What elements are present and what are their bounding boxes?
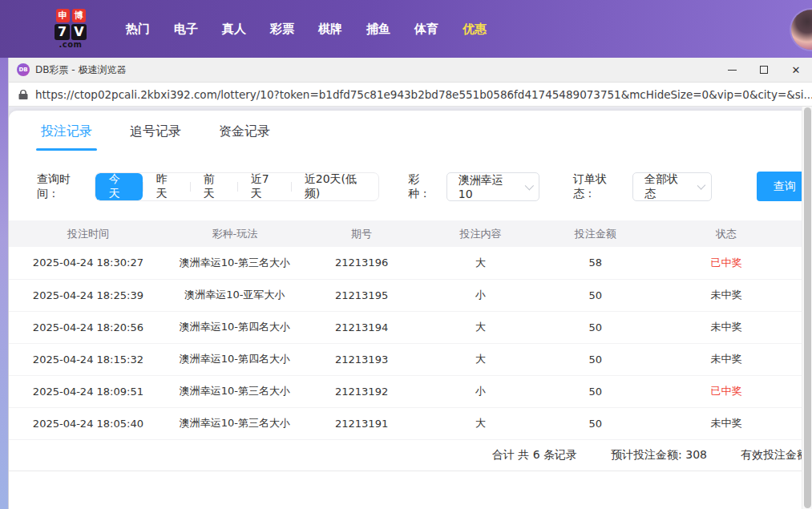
logo-badge-shen: 申: [56, 9, 70, 22]
minimize-icon: [728, 70, 737, 71]
logo-letter-v: V: [71, 24, 87, 40]
tab-bet-records[interactable]: 投注记录: [41, 123, 92, 151]
time-option-day-before[interactable]: 前天: [190, 173, 237, 200]
cell-play: 澳洲幸运10-第三名大小: [168, 407, 302, 439]
db-favicon: DB: [17, 63, 30, 76]
nav-item-fishing[interactable]: 捕鱼: [354, 22, 402, 37]
minimize-button[interactable]: [716, 58, 748, 82]
cell-status: 已中奖: [651, 247, 802, 279]
nav-item-hot[interactable]: 热门: [114, 22, 162, 37]
cell-play: 澳洲幸运10-第四名大小: [168, 343, 302, 375]
close-icon: ✕: [792, 65, 801, 75]
col-lottery-play: 彩种-玩法: [168, 220, 302, 247]
time-option-7days[interactable]: 近7天: [237, 173, 291, 200]
url-text[interactable]: https://ctop02pcali.2kbxi392.com/lottery…: [35, 88, 812, 101]
scrollbar-thumb[interactable]: [804, 107, 811, 508]
cell-issue: 21213195: [302, 279, 421, 311]
browser-window: DB DB彩票 - 极速浏览器 ✕ https://ctop02pcali.2k…: [8, 58, 812, 509]
cell-amount: 50: [540, 279, 651, 311]
table-row: 2025-04-24 18:25:39 澳洲幸运10-亚军大小 21213195…: [9, 279, 802, 311]
desktop-background-strip: [0, 58, 8, 509]
col-bet-amount: 投注金额: [540, 220, 651, 247]
cell-issue: 21213193: [302, 343, 421, 375]
browser-urlbar[interactable]: https://ctop02pcali.2kbxi392.com/lottery…: [9, 83, 812, 107]
order-status-label: 订单状态：: [573, 172, 626, 201]
close-button[interactable]: ✕: [780, 58, 812, 82]
cell-time: 2025-04-24 18:25:39: [9, 279, 168, 311]
cell-play: 澳洲幸运10-第四名大小: [168, 311, 302, 343]
cell-content: 大: [421, 343, 539, 375]
summary-total-records: 合计 共 6 条记录: [492, 448, 577, 463]
cell-play: 澳洲幸运10-第三名大小: [168, 247, 302, 279]
site-nav-menu: 热门 电子 真人 彩票 棋牌 捕鱼 体育 优惠: [114, 22, 499, 37]
table-row: 2025-04-24 18:09:51 澳洲幸运10-第三名大小 2121319…: [9, 375, 802, 407]
nav-item-sports[interactable]: 体育: [402, 22, 450, 37]
time-option-today[interactable]: 今天: [95, 173, 143, 200]
time-filter-label: 查询时间：: [37, 172, 90, 201]
cell-play: 澳洲幸运10-第三名大小: [168, 375, 302, 407]
summary-expected-amount: 预计投注金额: 308: [611, 448, 707, 463]
site-topbar: 申 博 7 V .com 热门 电子 真人 彩票 棋牌 捕鱼 体育 优惠: [0, 0, 812, 58]
summary-bar: 合计 共 6 条记录 预计投注金额: 308 有效投注金额: [9, 440, 808, 471]
cell-time: 2025-04-24 18:15:32: [9, 343, 168, 375]
window-controls: ✕: [716, 58, 812, 82]
cell-status: 未中奖: [651, 279, 802, 311]
nav-item-promo[interactable]: 优惠: [450, 22, 499, 37]
cell-issue: 21213194: [302, 311, 421, 343]
cell-play: 澳洲幸运10-亚军大小: [168, 279, 302, 311]
logo-com-text: .com: [59, 41, 82, 49]
logo-badge-bo: 博: [72, 9, 86, 22]
col-issue: 期号: [302, 220, 421, 247]
records-panel: 投注记录 追号记录 资金记录 查询时间： 今天 昨天 前天 近7天 近20天(低…: [9, 111, 812, 509]
summary-valid-amount: 有效投注金额: [741, 448, 808, 463]
lottery-filter-label: 彩种：: [408, 172, 440, 201]
maximize-button[interactable]: [748, 58, 780, 82]
time-option-yesterday[interactable]: 昨天: [143, 173, 190, 200]
order-status-select[interactable]: 全部状态: [632, 172, 712, 201]
lock-icon: [18, 89, 28, 100]
nav-item-electronic[interactable]: 电子: [162, 22, 210, 37]
cell-content: 大: [421, 247, 539, 279]
browser-titlebar[interactable]: DB DB彩票 - 极速浏览器 ✕: [9, 58, 812, 83]
bet-records-table: 投注时间 彩种-玩法 期号 投注内容 投注金额 状态 2025-04-24 18…: [9, 220, 802, 440]
cell-amount: 58: [540, 247, 651, 279]
cell-status: 未中奖: [651, 407, 802, 439]
lottery-select[interactable]: 澳洲幸运10: [446, 172, 539, 201]
cell-issue: 21213192: [302, 375, 421, 407]
nav-item-chess[interactable]: 棋牌: [306, 22, 354, 37]
nav-item-lottery[interactable]: 彩票: [258, 22, 306, 37]
tab-chase-records[interactable]: 追号记录: [130, 123, 181, 151]
cell-issue: 21213191: [302, 407, 421, 439]
vertical-scrollbar[interactable]: [802, 107, 812, 509]
user-avatar[interactable]: [791, 10, 812, 50]
cell-time: 2025-04-24 18:09:51: [9, 375, 168, 407]
col-bet-content: 投注内容: [421, 220, 539, 247]
order-status-value: 全部状态: [644, 172, 686, 201]
cell-time: 2025-04-24 18:05:40: [9, 407, 168, 439]
logo-letters: 7 V: [55, 24, 87, 40]
maximize-icon: [760, 66, 768, 74]
cell-status: 未中奖: [651, 343, 802, 375]
time-option-20days[interactable]: 近20天(低频): [291, 173, 379, 200]
cell-content: 小: [421, 279, 539, 311]
cell-content: 大: [421, 311, 539, 343]
cell-amount: 50: [540, 375, 651, 407]
table-row: 2025-04-24 18:30:27 澳洲幸运10-第三名大小 2121319…: [9, 247, 802, 279]
table-header-row: 投注时间 彩种-玩法 期号 投注内容 投注金额 状态: [9, 220, 802, 247]
nav-item-live[interactable]: 真人: [210, 22, 258, 37]
tab-fund-records[interactable]: 资金记录: [219, 123, 270, 151]
cell-amount: 50: [540, 407, 651, 439]
table-row: 2025-04-24 18:05:40 澳洲幸运10-第三名大小 2121319…: [9, 407, 802, 439]
chevron-down-icon: [697, 181, 705, 190]
cell-content: 小: [421, 375, 539, 407]
window-title: DB彩票 - 极速浏览器: [35, 63, 716, 77]
cell-time: 2025-04-24 18:20:56: [9, 311, 168, 343]
filter-bar: 查询时间： 今天 昨天 前天 近7天 近20天(低频) 彩种： 澳洲幸运10 订…: [37, 172, 812, 201]
site-logo[interactable]: 申 博 7 V .com: [50, 9, 91, 49]
cell-amount: 50: [540, 343, 651, 375]
record-tabs: 投注记录 追号记录 资金记录: [9, 111, 812, 151]
logo-letter-7: 7: [55, 24, 70, 40]
cell-amount: 50: [540, 311, 651, 343]
lottery-select-value: 澳洲幸运10: [459, 173, 514, 200]
cell-status: 未中奖: [651, 311, 802, 343]
